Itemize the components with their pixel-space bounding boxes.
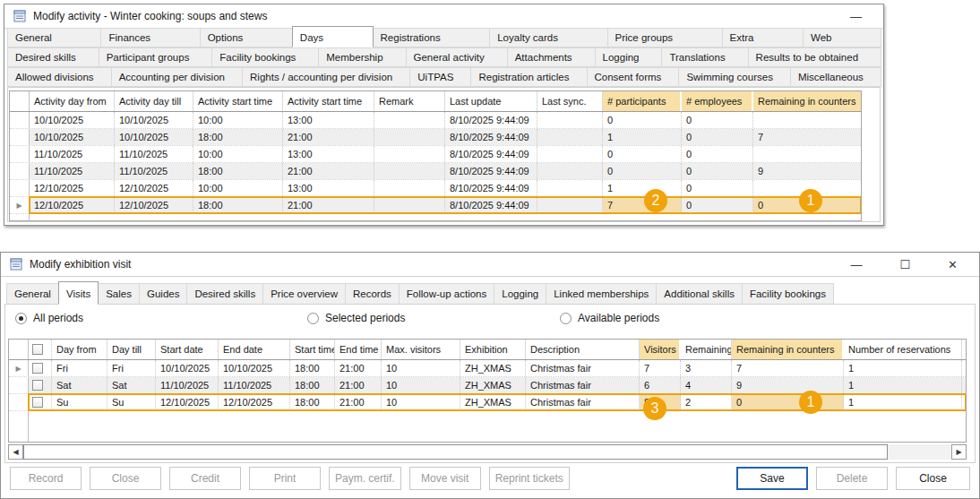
tab[interactable]: Desired skills	[186, 283, 263, 305]
tab[interactable]: Results to be obtained	[748, 47, 881, 67]
table-row[interactable]: 10/10/202510/10/202510:0013:008/10/2025 …	[10, 112, 861, 129]
tab[interactable]: Consent forms	[587, 67, 680, 87]
tab[interactable]: Allowed divisions	[7, 67, 112, 87]
column-header[interactable]: Activity day till	[115, 91, 193, 111]
column-header[interactable]: Last update	[445, 91, 537, 111]
tab[interactable]: Sales	[98, 283, 140, 305]
column-header[interactable]: # employees	[682, 91, 753, 111]
save-button[interactable]: Save	[736, 467, 808, 490]
tab-row-1: GeneralFinancesOptionsDaysRegistrationsL…	[7, 28, 881, 47]
credit-button[interactable]: Credit	[169, 467, 241, 490]
column-header[interactable]: Max. visitors	[382, 340, 460, 359]
table-row[interactable]: 12/10/202512/10/202510:0013:008/10/2025 …	[10, 180, 861, 197]
column-header[interactable]: Activity start time	[283, 91, 374, 111]
move-visit-button[interactable]: Move visit	[409, 467, 481, 490]
table-row[interactable]: ▶ 12/10/202512/10/202518:0021:008/10/202…	[10, 197, 861, 214]
tab[interactable]: Loyalty cards	[489, 28, 607, 47]
tab[interactable]: Records	[345, 283, 400, 305]
tab[interactable]: Options	[200, 28, 293, 47]
table-row[interactable]: SatSat11/10/202511/10/202518:0021:0010ZH…	[9, 377, 966, 394]
table-row[interactable]: 11/10/202511/10/202518:0021:008/10/2025 …	[10, 163, 861, 180]
close-button[interactable]: Close	[90, 467, 161, 490]
tab[interactable]: Visits	[58, 281, 99, 305]
tab[interactable]: Logging	[595, 47, 663, 67]
column-header[interactable]: Exhibition	[460, 340, 526, 359]
column-header[interactable]: Number of reservations	[844, 340, 962, 359]
table-cell	[537, 180, 603, 196]
print-button[interactable]: Print	[249, 467, 321, 490]
tab[interactable]: Participant groups	[99, 47, 213, 67]
row-checkbox[interactable]	[32, 397, 43, 408]
column-header[interactable]: Visitors	[640, 340, 681, 359]
title-bar[interactable]: Modify exhibition visit —☐✕	[1, 253, 979, 277]
tab[interactable]: Finances	[100, 28, 200, 47]
reprint-tickets-button[interactable]: Reprint tickets	[489, 467, 570, 490]
tab[interactable]: Guides	[139, 283, 187, 305]
tab[interactable]: Desired skills	[7, 47, 99, 67]
maximize-icon[interactable]: ☐	[899, 259, 910, 271]
tab[interactable]: Translations	[661, 47, 748, 67]
close-window-button[interactable]: Close	[896, 467, 970, 490]
payment-certificate-button[interactable]: Paym. certif.	[329, 467, 401, 490]
column-header[interactable]: Day from	[52, 340, 107, 359]
radio-selected-periods[interactable]: Selected periods	[307, 312, 405, 324]
column-header[interactable]: Activity day from	[30, 91, 115, 111]
column-header[interactable]: Description	[526, 340, 640, 359]
tab[interactable]: Price overview	[262, 283, 346, 305]
column-header[interactable]: Start time	[290, 340, 335, 359]
row-checkbox[interactable]	[32, 363, 43, 374]
column-header[interactable]: Remaining	[681, 340, 732, 359]
tab[interactable]: General	[7, 28, 101, 47]
tab[interactable]: Facility bookings	[742, 283, 834, 305]
tab[interactable]: Membership	[318, 47, 406, 67]
delete-button[interactable]: Delete	[816, 467, 888, 490]
tab[interactable]: Accounting per division	[111, 67, 243, 87]
tab[interactable]: Attachments	[507, 47, 596, 67]
column-header[interactable]: Start date▲	[156, 340, 219, 359]
row-checkbox[interactable]	[32, 380, 43, 391]
tab[interactable]: Registration articles	[470, 67, 587, 87]
radio-all-periods[interactable]: All periods	[15, 312, 83, 324]
table-cell	[537, 163, 603, 179]
close-icon[interactable]: ✕	[948, 259, 958, 271]
column-header[interactable]: Remaining in counters	[732, 340, 844, 359]
scroll-right-icon[interactable]: ▶	[951, 444, 967, 460]
tab[interactable]: Price groups	[607, 28, 723, 47]
column-header[interactable]: Activity start time	[193, 91, 283, 111]
column-header[interactable]: End date	[219, 340, 290, 359]
minimize-icon[interactable]: —	[850, 259, 862, 271]
tab[interactable]: Extra	[722, 28, 804, 47]
column-header[interactable]: Remark	[374, 91, 445, 111]
tab[interactable]: General	[6, 283, 59, 305]
select-all-checkbox[interactable]	[32, 344, 43, 355]
column-header[interactable]: # participants	[603, 91, 682, 111]
tab[interactable]: Additional skills	[656, 283, 743, 305]
scrollbar-thumb[interactable]	[23, 444, 888, 460]
column-header[interactable]: Remaining in counters	[753, 91, 862, 111]
table-body: 10/10/202510/10/202510:0013:008/10/2025 …	[10, 112, 861, 214]
radio-available-periods[interactable]: Available periods	[560, 312, 659, 324]
column-header[interactable]: Last sync.	[537, 91, 603, 111]
scroll-left-icon[interactable]: ◀	[8, 444, 23, 460]
tab[interactable]: Miscellaneous	[790, 67, 881, 87]
minimize-icon[interactable]: —	[850, 11, 862, 22]
tab[interactable]: Facility bookings	[211, 47, 319, 67]
tab[interactable]: Web	[803, 28, 881, 47]
tab[interactable]: Swimming courses	[678, 67, 791, 87]
table-row[interactable]: ▶ FriFri10/10/202510/10/202518:0021:0010…	[9, 360, 966, 377]
tab[interactable]: General activity	[406, 47, 508, 67]
tab[interactable]: UiTPAS	[409, 67, 471, 87]
table-row[interactable]: 11/10/202511/10/202510:0013:008/10/2025 …	[10, 146, 861, 163]
record-button[interactable]: Record	[10, 467, 82, 490]
horizontal-scrollbar[interactable]: ◀ ▶	[8, 444, 967, 460]
tab[interactable]: Linked memberships	[546, 283, 657, 305]
tab[interactable]: Logging	[494, 283, 546, 305]
table-row[interactable]: 10/10/202510/10/202518:0021:008/10/2025 …	[10, 129, 861, 146]
column-header[interactable]: Day till	[107, 340, 156, 359]
tab[interactable]: Follow-up actions	[399, 283, 494, 305]
column-header[interactable]: End time	[335, 340, 382, 359]
tab[interactable]: Days	[292, 26, 374, 47]
tab[interactable]: Registrations	[373, 28, 491, 47]
title-bar[interactable]: Modify activity - Winter cooking: soups …	[4, 4, 883, 29]
tab[interactable]: Rights / accounting per division	[242, 67, 410, 87]
